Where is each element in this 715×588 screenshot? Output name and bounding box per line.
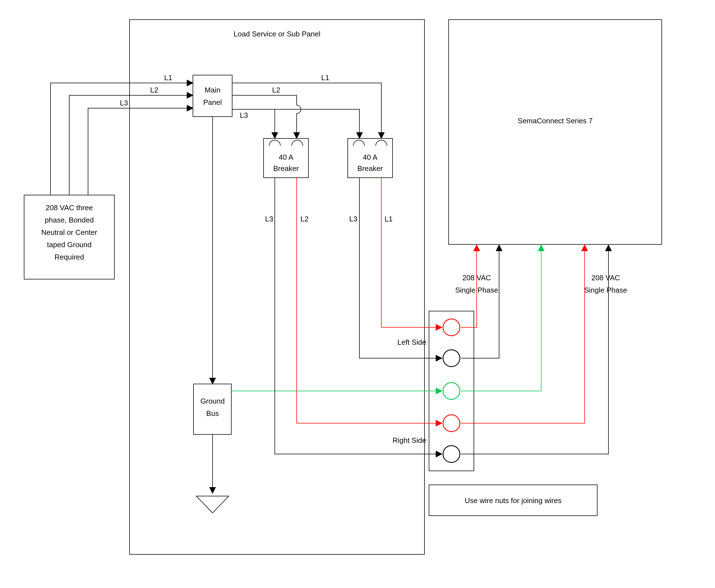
label-l3-in: L3 (120, 99, 128, 107)
source-line4: taped Ground (47, 240, 91, 249)
breaker2-l2: Breaker (357, 164, 383, 173)
phase-right-l1: 208 VAC (591, 274, 620, 282)
label-l1-in: L1 (164, 74, 172, 82)
load-service-panel-title: Load Service or Sub Panel (233, 30, 320, 38)
source-line2: phase, Bonded (45, 216, 94, 224)
label-l2-in: L2 (150, 86, 159, 94)
semaconnect-box (449, 20, 662, 245)
breaker1-l1: 40 A (279, 153, 293, 162)
semaconnect-label: SemaConnect Series 7 (517, 117, 592, 125)
label-l2-out: L2 (272, 86, 280, 94)
source-line5: Required (55, 253, 84, 261)
label-b1-l2: L2 (301, 215, 309, 223)
label-l3-out: L3 (240, 111, 248, 119)
source-line3: Neutral or Center (41, 228, 97, 236)
label-l1-out: L1 (321, 74, 329, 82)
right-side-label: Right Side (392, 436, 426, 444)
ground-bus-l1: Ground (201, 397, 225, 405)
terminal-5-black (443, 446, 460, 462)
terminal-1-red (443, 319, 460, 336)
label-b1-l3: L3 (265, 215, 273, 223)
main-panel-box (193, 75, 232, 117)
breaker2-l1: 40 A (363, 153, 378, 162)
load-service-panel-box (129, 20, 425, 554)
phase-right-l2: Single Phase (584, 286, 627, 294)
source-line1: 208 VAC three (46, 204, 93, 212)
main-panel-l2: Panel (203, 98, 222, 106)
terminal-2-black (443, 350, 460, 366)
label-b2-l1: L1 (385, 215, 393, 223)
left-side-label: Left Side (397, 338, 426, 346)
main-panel-l1: Main (205, 86, 220, 94)
label-b2-l3: L3 (349, 215, 358, 223)
wire-t4-up (461, 245, 585, 423)
wiring-diagram: Load Service or Sub Panel 208 VAC three … (0, 0, 715, 588)
note-text: Use wire nuts for joining wires (465, 496, 561, 505)
breaker1-l2: Breaker (273, 164, 299, 173)
ground-bus-l2: Bus (206, 409, 219, 418)
terminal-4-red (443, 415, 460, 432)
terminal-3-green (443, 382, 460, 399)
